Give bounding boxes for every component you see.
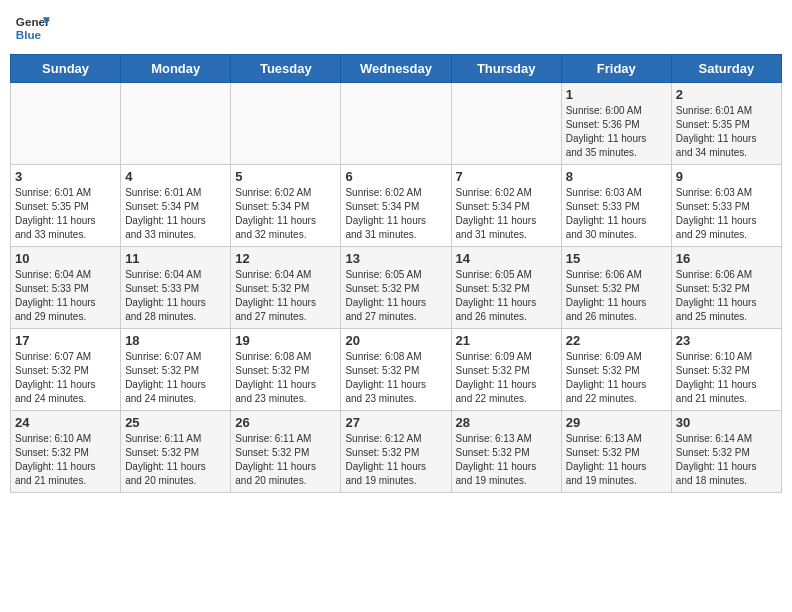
day-number: 11 <box>125 251 226 266</box>
day-info: Sunrise: 6:07 AM Sunset: 5:32 PM Dayligh… <box>125 350 226 406</box>
day-info: Sunrise: 6:07 AM Sunset: 5:32 PM Dayligh… <box>15 350 116 406</box>
calendar-day-cell: 9Sunrise: 6:03 AM Sunset: 5:33 PM Daylig… <box>671 165 781 247</box>
calendar-day-cell <box>341 83 451 165</box>
day-info: Sunrise: 6:14 AM Sunset: 5:32 PM Dayligh… <box>676 432 777 488</box>
calendar-header-cell: Sunday <box>11 55 121 83</box>
calendar-header-cell: Monday <box>121 55 231 83</box>
calendar-day-cell <box>121 83 231 165</box>
day-info: Sunrise: 6:02 AM Sunset: 5:34 PM Dayligh… <box>456 186 557 242</box>
calendar-day-cell: 19Sunrise: 6:08 AM Sunset: 5:32 PM Dayli… <box>231 329 341 411</box>
calendar-header: SundayMondayTuesdayWednesdayThursdayFrid… <box>11 55 782 83</box>
day-info: Sunrise: 6:06 AM Sunset: 5:32 PM Dayligh… <box>676 268 777 324</box>
day-info: Sunrise: 6:06 AM Sunset: 5:32 PM Dayligh… <box>566 268 667 324</box>
calendar-day-cell: 2Sunrise: 6:01 AM Sunset: 5:35 PM Daylig… <box>671 83 781 165</box>
calendar-table: SundayMondayTuesdayWednesdayThursdayFrid… <box>10 54 782 493</box>
calendar-week-row: 24Sunrise: 6:10 AM Sunset: 5:32 PM Dayli… <box>11 411 782 493</box>
svg-text:Blue: Blue <box>16 28 42 41</box>
calendar-week-row: 17Sunrise: 6:07 AM Sunset: 5:32 PM Dayli… <box>11 329 782 411</box>
calendar-day-cell: 7Sunrise: 6:02 AM Sunset: 5:34 PM Daylig… <box>451 165 561 247</box>
calendar-day-cell: 12Sunrise: 6:04 AM Sunset: 5:32 PM Dayli… <box>231 247 341 329</box>
calendar-day-cell: 20Sunrise: 6:08 AM Sunset: 5:32 PM Dayli… <box>341 329 451 411</box>
calendar-header-cell: Thursday <box>451 55 561 83</box>
day-info: Sunrise: 6:01 AM Sunset: 5:35 PM Dayligh… <box>15 186 116 242</box>
day-number: 15 <box>566 251 667 266</box>
calendar-week-row: 3Sunrise: 6:01 AM Sunset: 5:35 PM Daylig… <box>11 165 782 247</box>
calendar-day-cell: 3Sunrise: 6:01 AM Sunset: 5:35 PM Daylig… <box>11 165 121 247</box>
calendar-day-cell <box>451 83 561 165</box>
day-number: 23 <box>676 333 777 348</box>
day-info: Sunrise: 6:08 AM Sunset: 5:32 PM Dayligh… <box>345 350 446 406</box>
day-number: 6 <box>345 169 446 184</box>
day-info: Sunrise: 6:11 AM Sunset: 5:32 PM Dayligh… <box>235 432 336 488</box>
day-info: Sunrise: 6:04 AM Sunset: 5:33 PM Dayligh… <box>15 268 116 324</box>
day-number: 29 <box>566 415 667 430</box>
page-header: General Blue <box>10 10 782 46</box>
day-info: Sunrise: 6:05 AM Sunset: 5:32 PM Dayligh… <box>456 268 557 324</box>
day-number: 30 <box>676 415 777 430</box>
day-info: Sunrise: 6:03 AM Sunset: 5:33 PM Dayligh… <box>676 186 777 242</box>
day-number: 16 <box>676 251 777 266</box>
day-number: 5 <box>235 169 336 184</box>
calendar-day-cell: 21Sunrise: 6:09 AM Sunset: 5:32 PM Dayli… <box>451 329 561 411</box>
calendar-day-cell: 16Sunrise: 6:06 AM Sunset: 5:32 PM Dayli… <box>671 247 781 329</box>
calendar-day-cell: 6Sunrise: 6:02 AM Sunset: 5:34 PM Daylig… <box>341 165 451 247</box>
day-info: Sunrise: 6:10 AM Sunset: 5:32 PM Dayligh… <box>676 350 777 406</box>
calendar-day-cell: 27Sunrise: 6:12 AM Sunset: 5:32 PM Dayli… <box>341 411 451 493</box>
calendar-week-row: 1Sunrise: 6:00 AM Sunset: 5:36 PM Daylig… <box>11 83 782 165</box>
calendar-day-cell: 5Sunrise: 6:02 AM Sunset: 5:34 PM Daylig… <box>231 165 341 247</box>
day-info: Sunrise: 6:00 AM Sunset: 5:36 PM Dayligh… <box>566 104 667 160</box>
calendar-day-cell: 26Sunrise: 6:11 AM Sunset: 5:32 PM Dayli… <box>231 411 341 493</box>
day-number: 8 <box>566 169 667 184</box>
calendar-day-cell: 29Sunrise: 6:13 AM Sunset: 5:32 PM Dayli… <box>561 411 671 493</box>
calendar-day-cell: 23Sunrise: 6:10 AM Sunset: 5:32 PM Dayli… <box>671 329 781 411</box>
day-number: 7 <box>456 169 557 184</box>
day-info: Sunrise: 6:02 AM Sunset: 5:34 PM Dayligh… <box>345 186 446 242</box>
day-number: 10 <box>15 251 116 266</box>
day-info: Sunrise: 6:11 AM Sunset: 5:32 PM Dayligh… <box>125 432 226 488</box>
day-number: 3 <box>15 169 116 184</box>
logo: General Blue <box>14 10 50 46</box>
calendar-day-cell: 30Sunrise: 6:14 AM Sunset: 5:32 PM Dayli… <box>671 411 781 493</box>
day-info: Sunrise: 6:09 AM Sunset: 5:32 PM Dayligh… <box>566 350 667 406</box>
day-info: Sunrise: 6:13 AM Sunset: 5:32 PM Dayligh… <box>456 432 557 488</box>
day-number: 21 <box>456 333 557 348</box>
calendar-day-cell: 15Sunrise: 6:06 AM Sunset: 5:32 PM Dayli… <box>561 247 671 329</box>
calendar-day-cell: 22Sunrise: 6:09 AM Sunset: 5:32 PM Dayli… <box>561 329 671 411</box>
day-info: Sunrise: 6:01 AM Sunset: 5:35 PM Dayligh… <box>676 104 777 160</box>
calendar-header-cell: Saturday <box>671 55 781 83</box>
day-number: 27 <box>345 415 446 430</box>
calendar-day-cell: 4Sunrise: 6:01 AM Sunset: 5:34 PM Daylig… <box>121 165 231 247</box>
day-number: 2 <box>676 87 777 102</box>
day-info: Sunrise: 6:04 AM Sunset: 5:33 PM Dayligh… <box>125 268 226 324</box>
day-number: 18 <box>125 333 226 348</box>
calendar-header-cell: Friday <box>561 55 671 83</box>
calendar-week-row: 10Sunrise: 6:04 AM Sunset: 5:33 PM Dayli… <box>11 247 782 329</box>
calendar-day-cell: 17Sunrise: 6:07 AM Sunset: 5:32 PM Dayli… <box>11 329 121 411</box>
calendar-day-cell: 18Sunrise: 6:07 AM Sunset: 5:32 PM Dayli… <box>121 329 231 411</box>
day-number: 28 <box>456 415 557 430</box>
calendar-header-cell: Tuesday <box>231 55 341 83</box>
day-number: 24 <box>15 415 116 430</box>
day-info: Sunrise: 6:10 AM Sunset: 5:32 PM Dayligh… <box>15 432 116 488</box>
calendar-day-cell: 11Sunrise: 6:04 AM Sunset: 5:33 PM Dayli… <box>121 247 231 329</box>
calendar-day-cell: 28Sunrise: 6:13 AM Sunset: 5:32 PM Dayli… <box>451 411 561 493</box>
calendar-header-cell: Wednesday <box>341 55 451 83</box>
day-number: 13 <box>345 251 446 266</box>
day-number: 12 <box>235 251 336 266</box>
day-info: Sunrise: 6:04 AM Sunset: 5:32 PM Dayligh… <box>235 268 336 324</box>
day-number: 22 <box>566 333 667 348</box>
day-number: 1 <box>566 87 667 102</box>
day-number: 26 <box>235 415 336 430</box>
day-info: Sunrise: 6:05 AM Sunset: 5:32 PM Dayligh… <box>345 268 446 324</box>
day-info: Sunrise: 6:02 AM Sunset: 5:34 PM Dayligh… <box>235 186 336 242</box>
day-info: Sunrise: 6:13 AM Sunset: 5:32 PM Dayligh… <box>566 432 667 488</box>
calendar-day-cell: 10Sunrise: 6:04 AM Sunset: 5:33 PM Dayli… <box>11 247 121 329</box>
day-number: 19 <box>235 333 336 348</box>
calendar-day-cell: 24Sunrise: 6:10 AM Sunset: 5:32 PM Dayli… <box>11 411 121 493</box>
day-info: Sunrise: 6:03 AM Sunset: 5:33 PM Dayligh… <box>566 186 667 242</box>
day-number: 20 <box>345 333 446 348</box>
day-number: 9 <box>676 169 777 184</box>
day-number: 14 <box>456 251 557 266</box>
day-info: Sunrise: 6:12 AM Sunset: 5:32 PM Dayligh… <box>345 432 446 488</box>
calendar-day-cell: 25Sunrise: 6:11 AM Sunset: 5:32 PM Dayli… <box>121 411 231 493</box>
